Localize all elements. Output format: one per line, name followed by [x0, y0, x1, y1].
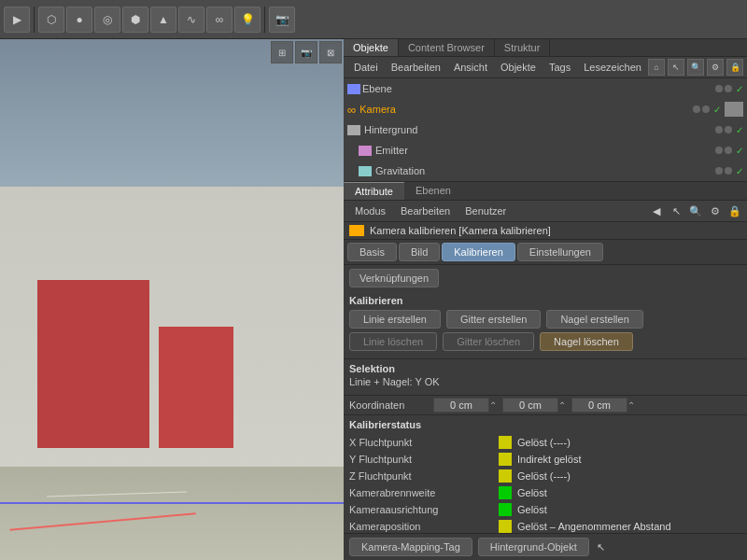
kameraposition-indicator: [499, 520, 512, 533]
object-row-emitter[interactable]: Emitter ✓: [355, 140, 747, 161]
viewport-door-red-2: [159, 327, 233, 448]
viewport-cam-icon[interactable]: 📷: [295, 41, 317, 63]
kamerabrennweite-text: Gelöst: [517, 487, 547, 498]
gravitation-dots: ✓: [715, 166, 743, 176]
gravitation-icon: [359, 166, 372, 176]
attr-bearbeiten[interactable]: Bearbeiten: [393, 203, 458, 218]
ebene-check: ✓: [736, 84, 743, 94]
menu-lesezeichen[interactable]: Lesezeichen: [577, 60, 648, 75]
viewport-mini-icons: ⊞ 📷 ⊠: [271, 41, 342, 63]
capsule-icon[interactable]: ⬢: [122, 7, 148, 33]
viewport-grid-icon[interactable]: ⊠: [319, 41, 342, 63]
coord-input-y[interactable]: [502, 398, 558, 413]
ebene-dot-1: [715, 85, 723, 92]
viewport[interactable]: ⊞ 📷 ⊠: [0, 39, 344, 560]
status-row-y: Y Fluchtpunkt Indirekt gelöst: [349, 451, 741, 468]
attr-modus[interactable]: Modus: [347, 203, 393, 218]
verk-tab-btn[interactable]: Verknüpfungen: [349, 269, 439, 287]
menu-gear-icon[interactable]: ⚙: [707, 59, 724, 76]
object-row-gravitation[interactable]: Gravitation ✓: [355, 161, 747, 181]
kameraausrichtung-text: Gelöst: [517, 504, 547, 515]
emitter-check: ✓: [736, 146, 743, 156]
sec-tab-basis[interactable]: Basis: [347, 243, 397, 261]
kameraausrichtung-indicator: [499, 503, 512, 516]
hintergrund-icon: [347, 125, 360, 135]
kamera-dots: ✓: [693, 102, 743, 117]
light-icon[interactable]: 💡: [234, 7, 261, 33]
object-row-ebene[interactable]: Ebene ✓: [344, 78, 747, 99]
sec-tab-bild[interactable]: Bild: [399, 243, 440, 261]
viewport-blue-line: [0, 502, 344, 504]
object-name-kamera: Kamera: [359, 104, 396, 115]
menu-tags[interactable]: Tags: [543, 60, 577, 75]
kalibrieren-title: Kalibrieren: [349, 295, 741, 306]
play-icon[interactable]: ▶: [4, 7, 30, 33]
tab-content-browser[interactable]: Content Browser: [399, 39, 495, 56]
kali-btn-row-1: Linie erstellen Gitter erstellen Nagel e…: [349, 310, 741, 329]
menu-bar: Datei Bearbeiten Ansicht Objekte Tags Le…: [344, 57, 747, 78]
menu-cursor-icon[interactable]: ↖: [668, 59, 684, 76]
sec-tab-einstellungen[interactable]: Einstellungen: [517, 243, 603, 261]
linie-erstellen-btn[interactable]: Linie erstellen: [349, 310, 441, 329]
cube-icon[interactable]: ⬡: [38, 7, 64, 33]
attr-back-icon[interactable]: ◀: [648, 203, 665, 219]
attr-tabs-row: Attribute Ebenen: [344, 182, 747, 201]
hintergrund-objekt-btn[interactable]: Hintergrund-Objekt: [478, 538, 589, 556]
object-list: Ebene ✓ ∞ Kamera ✓: [344, 78, 747, 182]
cone-icon[interactable]: ▲: [150, 7, 176, 33]
linie-loeschen-btn[interactable]: Linie löschen: [349, 332, 437, 351]
gitter-loeschen-btn[interactable]: Gitter löschen: [443, 332, 534, 351]
object-row-hintergrund[interactable]: Hintergrund ✓: [344, 119, 747, 140]
torus-icon[interactable]: ◎: [94, 7, 120, 33]
attr-tab-ebenen[interactable]: Ebenen: [404, 182, 462, 200]
menu-house-icon[interactable]: ⌂: [648, 59, 665, 76]
sec-tab-kalibrieren[interactable]: Kalibrieren: [442, 243, 515, 261]
menu-objekte[interactable]: Objekte: [494, 60, 543, 75]
menu-lock-icon[interactable]: 🔒: [726, 59, 743, 76]
status-row-x: X Fluchtpunkt Gelöst (----): [349, 434, 741, 451]
selektion-section: Selektion Linie + Nagel: Y OK: [344, 358, 747, 395]
menu-bearbeiten[interactable]: Bearbeiten: [385, 60, 447, 75]
attr-tab-attribute[interactable]: Attribute: [344, 182, 404, 200]
y-fluchtpunkt-text: Indirekt gelöst: [517, 454, 581, 465]
attr-benutzer[interactable]: Benutzer: [458, 203, 514, 218]
attr-cursor-icon[interactable]: ↖: [668, 203, 684, 219]
tab-struktur[interactable]: Struktur: [495, 39, 551, 56]
gravitation-check: ✓: [736, 166, 743, 176]
camera-tool-icon[interactable]: 📷: [269, 7, 295, 33]
status-row-brennweite: Kamerabrennweite Gelöst: [349, 484, 741, 501]
menu-search-icon[interactable]: 🔍: [687, 59, 704, 76]
spline-icon[interactable]: ∿: [178, 7, 204, 33]
kamera-header: Kamera kalibrieren [Kamera kalibrieren]: [344, 222, 747, 240]
menu-ansicht[interactable]: Ansicht: [447, 60, 494, 75]
gitter-erstellen-btn[interactable]: Gitter erstellen: [446, 310, 542, 329]
nagel-loeschen-btn[interactable]: Nagel löschen: [540, 332, 633, 351]
coord-input-x[interactable]: [433, 398, 489, 413]
content-area: Kalibrieren Linie erstellen Gitter erste…: [344, 291, 747, 533]
ebene-icon: [347, 84, 360, 94]
kalibrierstatus-section: Kalibrierstatus X Fluchtpunkt Gelöst (--…: [344, 414, 747, 533]
sphere-icon[interactable]: ●: [66, 7, 92, 33]
attr-search2-icon[interactable]: 🔍: [687, 203, 704, 219]
attr-lock2-icon[interactable]: 🔒: [726, 203, 743, 219]
z-fluchtpunkt-indicator: [499, 469, 512, 483]
coord-input-z[interactable]: [571, 398, 627, 413]
verk-tab-row: Verknüpfungen: [344, 265, 747, 291]
hintergrund-check: ✓: [736, 125, 743, 135]
x-fluchtpunkt-label: X Fluchtpunkt: [349, 437, 499, 448]
status-row-z: Z Fluchtpunkt Gelöst (----): [349, 468, 741, 484]
object-row-kamera[interactable]: ∞ Kamera ✓: [344, 99, 747, 119]
menu-datei[interactable]: Datei: [347, 60, 385, 75]
array-icon[interactable]: ∞: [206, 7, 233, 33]
viewport-expand-icon[interactable]: ⊞: [271, 41, 293, 63]
attr-gear2-icon[interactable]: ⚙: [707, 203, 724, 219]
selektion-title: Selektion: [349, 363, 741, 374]
kamera-mapping-btn[interactable]: Kamera-Mapping-Tag: [349, 538, 472, 556]
tab-objekte[interactable]: Objekte: [344, 39, 399, 56]
y-fluchtpunkt-indicator: [499, 453, 512, 466]
top-toolbar: ▶ ⬡ ● ◎ ⬢ ▲ ∿ ∞ 💡 📷: [0, 0, 747, 39]
panel-tabs: Objekte Content Browser Struktur: [344, 39, 747, 57]
attr-sub-icons: ◀ ↖ 🔍 ⚙ 🔒: [648, 203, 743, 219]
nagel-erstellen-btn[interactable]: Nagel erstellen: [546, 310, 642, 329]
coord-arrow-x: ⌃: [489, 400, 497, 411]
